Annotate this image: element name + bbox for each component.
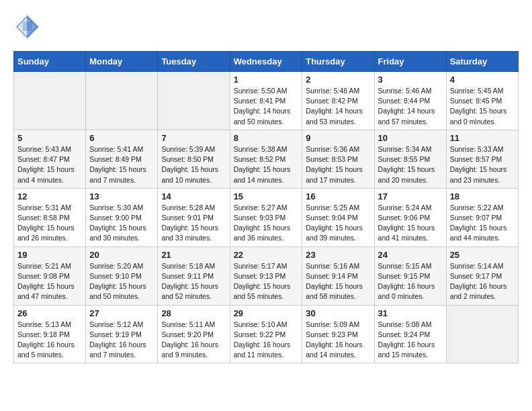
- weekday-header-thursday: Thursday: [302, 52, 374, 72]
- day-info: Sunrise: 5:24 AMSunset: 9:06 PMDaylight:…: [378, 203, 443, 244]
- calendar-cell: 17Sunrise: 5:24 AMSunset: 9:06 PMDayligh…: [374, 188, 446, 246]
- day-info: Sunrise: 5:20 AMSunset: 9:10 PMDaylight:…: [89, 261, 154, 302]
- calendar-cell: 9Sunrise: 5:36 AMSunset: 8:53 PMDaylight…: [302, 130, 374, 188]
- weekday-header-tuesday: Tuesday: [158, 52, 230, 72]
- calendar-cell: 24Sunrise: 5:15 AMSunset: 9:15 PMDayligh…: [374, 246, 446, 305]
- day-info: Sunrise: 5:28 AMSunset: 9:01 PMDaylight:…: [161, 203, 226, 244]
- day-info: Sunrise: 5:08 AMSunset: 9:24 PMDaylight:…: [378, 320, 443, 361]
- calendar-cell: 30Sunrise: 5:09 AMSunset: 9:23 PMDayligh…: [302, 305, 374, 363]
- day-number: 2: [306, 75, 370, 85]
- day-info: Sunrise: 5:31 AMSunset: 8:58 PMDaylight:…: [17, 203, 82, 244]
- day-number: 3: [378, 75, 443, 85]
- calendar-cell: 10Sunrise: 5:34 AMSunset: 8:55 PMDayligh…: [374, 130, 446, 188]
- weekday-header-friday: Friday: [374, 52, 446, 72]
- day-number: 16: [306, 191, 370, 201]
- calendar-week-row: 1Sunrise: 5:50 AMSunset: 8:41 PMDaylight…: [14, 72, 519, 130]
- page-header: [13, 13, 519, 40]
- calendar-cell: 29Sunrise: 5:10 AMSunset: 9:22 PMDayligh…: [230, 305, 302, 363]
- day-number: 28: [161, 308, 226, 318]
- calendar-cell: [86, 72, 158, 130]
- calendar-cell: 20Sunrise: 5:20 AMSunset: 9:10 PMDayligh…: [86, 246, 158, 305]
- calendar-cell: 8Sunrise: 5:38 AMSunset: 8:52 PMDaylight…: [230, 130, 302, 188]
- day-info: Sunrise: 5:27 AMSunset: 9:03 PMDaylight:…: [234, 203, 299, 244]
- calendar-cell: 7Sunrise: 5:39 AMSunset: 8:50 PMDaylight…: [158, 130, 230, 188]
- calendar-cell: 14Sunrise: 5:28 AMSunset: 9:01 PMDayligh…: [158, 188, 230, 246]
- day-info: Sunrise: 5:43 AMSunset: 8:47 PMDaylight:…: [17, 144, 82, 185]
- day-info: Sunrise: 5:34 AMSunset: 8:55 PMDaylight:…: [378, 144, 443, 185]
- day-info: Sunrise: 5:13 AMSunset: 9:18 PMDaylight:…: [17, 320, 82, 361]
- day-info: Sunrise: 5:18 AMSunset: 9:11 PMDaylight:…: [161, 261, 226, 302]
- day-number: 22: [234, 250, 299, 260]
- day-info: Sunrise: 5:48 AMSunset: 8:42 PMDaylight:…: [306, 86, 370, 127]
- day-info: Sunrise: 5:45 AMSunset: 8:45 PMDaylight:…: [450, 86, 515, 127]
- day-number: 15: [234, 191, 299, 201]
- calendar-week-row: 19Sunrise: 5:21 AMSunset: 9:08 PMDayligh…: [14, 246, 519, 305]
- calendar-cell: 11Sunrise: 5:33 AMSunset: 8:57 PMDayligh…: [446, 130, 518, 188]
- weekday-header-wednesday: Wednesday: [230, 52, 302, 72]
- day-number: 9: [306, 133, 370, 143]
- calendar-cell: 28Sunrise: 5:11 AMSunset: 9:20 PMDayligh…: [158, 305, 230, 363]
- calendar-body: 1Sunrise: 5:50 AMSunset: 8:41 PMDaylight…: [14, 72, 519, 363]
- day-number: 21: [161, 250, 226, 260]
- day-info: Sunrise: 5:22 AMSunset: 9:07 PMDaylight:…: [450, 203, 515, 244]
- day-number: 23: [306, 250, 370, 260]
- calendar-cell: 4Sunrise: 5:45 AMSunset: 8:45 PMDaylight…: [446, 72, 518, 130]
- day-number: 12: [17, 191, 82, 201]
- day-info: Sunrise: 5:36 AMSunset: 8:53 PMDaylight:…: [306, 144, 370, 185]
- day-number: 14: [161, 191, 226, 201]
- day-number: 8: [234, 133, 299, 143]
- calendar-cell: 16Sunrise: 5:25 AMSunset: 9:04 PMDayligh…: [302, 188, 374, 246]
- day-info: Sunrise: 5:41 AMSunset: 8:49 PMDaylight:…: [89, 144, 154, 185]
- day-info: Sunrise: 5:16 AMSunset: 9:14 PMDaylight:…: [306, 261, 370, 302]
- calendar-week-row: 26Sunrise: 5:13 AMSunset: 9:18 PMDayligh…: [14, 305, 519, 363]
- calendar-cell: 5Sunrise: 5:43 AMSunset: 8:47 PMDaylight…: [14, 130, 86, 188]
- day-number: 4: [450, 75, 515, 85]
- calendar-week-row: 12Sunrise: 5:31 AMSunset: 8:58 PMDayligh…: [14, 188, 519, 246]
- day-number: 25: [450, 250, 515, 260]
- day-number: 31: [378, 308, 443, 318]
- day-number: 11: [450, 133, 515, 143]
- day-info: Sunrise: 5:11 AMSunset: 9:20 PMDaylight:…: [161, 320, 226, 361]
- day-info: Sunrise: 5:17 AMSunset: 9:13 PMDaylight:…: [234, 261, 299, 302]
- calendar-cell: 21Sunrise: 5:18 AMSunset: 9:11 PMDayligh…: [158, 246, 230, 305]
- day-number: 29: [234, 308, 299, 318]
- calendar-cell: 1Sunrise: 5:50 AMSunset: 8:41 PMDaylight…: [230, 72, 302, 130]
- logo: [13, 13, 44, 40]
- day-number: 17: [378, 191, 443, 201]
- day-info: Sunrise: 5:39 AMSunset: 8:50 PMDaylight:…: [161, 144, 226, 185]
- weekday-header-sunday: Sunday: [14, 52, 86, 72]
- day-info: Sunrise: 5:09 AMSunset: 9:23 PMDaylight:…: [306, 320, 370, 361]
- calendar-table: SundayMondayTuesdayWednesdayThursdayFrid…: [13, 51, 519, 363]
- day-info: Sunrise: 5:21 AMSunset: 9:08 PMDaylight:…: [17, 261, 82, 302]
- calendar-cell: [158, 72, 230, 130]
- calendar-cell: 6Sunrise: 5:41 AMSunset: 8:49 PMDaylight…: [86, 130, 158, 188]
- day-info: Sunrise: 5:30 AMSunset: 9:00 PMDaylight:…: [89, 203, 154, 244]
- day-info: Sunrise: 5:46 AMSunset: 8:44 PMDaylight:…: [378, 86, 443, 127]
- day-number: 30: [306, 308, 370, 318]
- day-number: 13: [89, 191, 154, 201]
- calendar-cell: 15Sunrise: 5:27 AMSunset: 9:03 PMDayligh…: [230, 188, 302, 246]
- calendar-cell: 26Sunrise: 5:13 AMSunset: 9:18 PMDayligh…: [14, 305, 86, 363]
- day-number: 18: [450, 191, 515, 201]
- day-info: Sunrise: 5:14 AMSunset: 9:17 PMDaylight:…: [450, 261, 515, 302]
- calendar-cell: 19Sunrise: 5:21 AMSunset: 9:08 PMDayligh…: [14, 246, 86, 305]
- day-number: 6: [89, 133, 154, 143]
- day-number: 10: [378, 133, 443, 143]
- day-info: Sunrise: 5:50 AMSunset: 8:41 PMDaylight:…: [234, 86, 299, 127]
- calendar-cell: 31Sunrise: 5:08 AMSunset: 9:24 PMDayligh…: [374, 305, 446, 363]
- day-info: Sunrise: 5:38 AMSunset: 8:52 PMDaylight:…: [234, 144, 299, 185]
- calendar-cell: [14, 72, 86, 130]
- calendar-cell: 27Sunrise: 5:12 AMSunset: 9:19 PMDayligh…: [86, 305, 158, 363]
- calendar-week-row: 5Sunrise: 5:43 AMSunset: 8:47 PMDaylight…: [14, 130, 519, 188]
- day-info: Sunrise: 5:33 AMSunset: 8:57 PMDaylight:…: [450, 144, 515, 185]
- calendar-cell: 2Sunrise: 5:48 AMSunset: 8:42 PMDaylight…: [302, 72, 374, 130]
- day-number: 24: [378, 250, 443, 260]
- calendar-cell: 13Sunrise: 5:30 AMSunset: 9:00 PMDayligh…: [86, 188, 158, 246]
- day-number: 20: [89, 250, 154, 260]
- day-number: 5: [17, 133, 82, 143]
- calendar-cell: 23Sunrise: 5:16 AMSunset: 9:14 PMDayligh…: [302, 246, 374, 305]
- day-info: Sunrise: 5:25 AMSunset: 9:04 PMDaylight:…: [306, 203, 370, 244]
- calendar-cell: 3Sunrise: 5:46 AMSunset: 8:44 PMDaylight…: [374, 72, 446, 130]
- day-number: 27: [89, 308, 154, 318]
- calendar-cell: [446, 305, 518, 363]
